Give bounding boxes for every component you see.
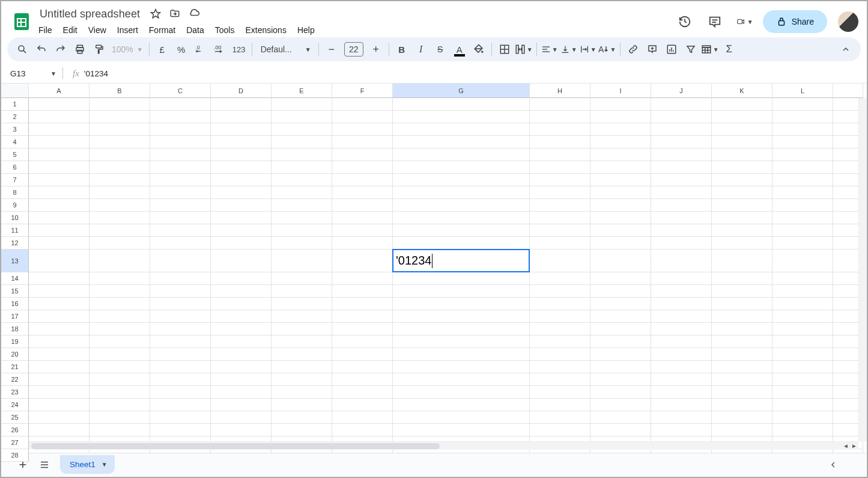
formula-bar[interactable]: '01234 xyxy=(84,69,108,78)
vertical-align-button[interactable]: ▼ xyxy=(560,40,578,58)
cell[interactable] xyxy=(590,111,651,123)
cell[interactable] xyxy=(712,424,772,437)
row-header[interactable]: 15 xyxy=(1,285,29,298)
cell[interactable] xyxy=(712,136,772,149)
cell[interactable] xyxy=(712,298,772,310)
cell[interactable] xyxy=(772,310,833,323)
cell[interactable] xyxy=(651,298,712,310)
paint-format-button[interactable] xyxy=(90,40,108,58)
cell[interactable] xyxy=(530,285,590,298)
select-all-corner[interactable] xyxy=(1,84,29,98)
cell[interactable] xyxy=(772,136,833,149)
cell[interactable] xyxy=(530,111,590,123)
cell[interactable] xyxy=(29,386,90,399)
cell[interactable] xyxy=(211,411,272,424)
cell[interactable] xyxy=(651,250,712,272)
cell[interactable] xyxy=(590,199,651,212)
cell[interactable] xyxy=(712,224,772,237)
filter-button[interactable] xyxy=(682,40,700,58)
cell[interactable] xyxy=(772,323,833,336)
cell[interactable] xyxy=(590,323,651,336)
cell[interactable] xyxy=(272,424,332,437)
cell[interactable] xyxy=(772,399,833,411)
cell[interactable] xyxy=(590,250,651,272)
cell[interactable] xyxy=(272,224,332,237)
share-button[interactable]: Share xyxy=(763,10,827,33)
cell[interactable] xyxy=(272,348,332,361)
menu-view[interactable]: View xyxy=(83,23,111,37)
cell[interactable] xyxy=(211,310,272,323)
cell[interactable] xyxy=(393,399,530,411)
cell[interactable] xyxy=(272,123,332,136)
cell[interactable] xyxy=(29,224,90,237)
cell[interactable] xyxy=(712,336,772,348)
cell[interactable] xyxy=(272,174,332,186)
row-header[interactable]: 10 xyxy=(1,212,29,224)
cell[interactable] xyxy=(29,323,90,336)
cell[interactable] xyxy=(772,424,833,437)
cell[interactable] xyxy=(29,111,90,123)
row-header[interactable]: 27 xyxy=(1,437,29,449)
cell[interactable] xyxy=(393,174,530,186)
column-header[interactable]: C xyxy=(150,84,211,98)
cell[interactable] xyxy=(29,250,90,272)
cell[interactable] xyxy=(651,336,712,348)
cell[interactable] xyxy=(590,310,651,323)
row-header[interactable]: 7 xyxy=(1,174,29,186)
cell[interactable] xyxy=(712,161,772,174)
cell[interactable] xyxy=(393,298,530,310)
cell[interactable] xyxy=(712,386,772,399)
cell[interactable] xyxy=(332,174,393,186)
column-header[interactable]: J xyxy=(651,84,712,98)
cell[interactable] xyxy=(651,186,712,199)
cell[interactable] xyxy=(272,310,332,323)
cell[interactable] xyxy=(90,123,150,136)
cell[interactable] xyxy=(272,186,332,199)
cell[interactable] xyxy=(150,161,211,174)
cell[interactable] xyxy=(90,272,150,285)
cell[interactable] xyxy=(332,424,393,437)
cell[interactable] xyxy=(530,310,590,323)
cell[interactable] xyxy=(651,224,712,237)
collapse-toolbar-button[interactable] xyxy=(837,40,855,58)
cell[interactable] xyxy=(651,212,712,224)
cell[interactable] xyxy=(772,186,833,199)
cell[interactable] xyxy=(29,310,90,323)
cell[interactable] xyxy=(393,111,530,123)
cell[interactable] xyxy=(712,399,772,411)
increase-decimal-button[interactable]: .00 xyxy=(211,40,229,58)
cell[interactable] xyxy=(211,237,272,250)
cell[interactable] xyxy=(590,174,651,186)
cell[interactable] xyxy=(272,111,332,123)
cell[interactable] xyxy=(150,373,211,386)
cell[interactable] xyxy=(393,310,530,323)
cell[interactable] xyxy=(272,411,332,424)
cell[interactable] xyxy=(272,272,332,285)
cell[interactable] xyxy=(90,111,150,123)
cell[interactable] xyxy=(530,399,590,411)
cell[interactable] xyxy=(150,111,211,123)
column-header[interactable]: B xyxy=(90,84,150,98)
cell[interactable] xyxy=(393,161,530,174)
cell[interactable] xyxy=(590,212,651,224)
cell[interactable] xyxy=(712,98,772,111)
cell[interactable] xyxy=(332,348,393,361)
column-header[interactable]: D xyxy=(211,84,272,98)
meet-button[interactable]: ▼ xyxy=(733,10,757,34)
cell[interactable] xyxy=(651,411,712,424)
cell[interactable] xyxy=(332,298,393,310)
cell[interactable] xyxy=(29,411,90,424)
cell[interactable] xyxy=(211,199,272,212)
cell[interactable] xyxy=(272,399,332,411)
cell[interactable] xyxy=(651,361,712,373)
cell[interactable] xyxy=(590,272,651,285)
decrease-decimal-button[interactable]: .0 xyxy=(192,40,210,58)
row-header[interactable]: 8 xyxy=(1,186,29,199)
row-header[interactable]: 9 xyxy=(1,199,29,212)
cell[interactable] xyxy=(272,285,332,298)
insert-link-button[interactable] xyxy=(624,40,642,58)
row-header[interactable]: 22 xyxy=(1,373,29,386)
cell[interactable] xyxy=(393,285,530,298)
cell[interactable] xyxy=(393,373,530,386)
cell[interactable] xyxy=(29,161,90,174)
